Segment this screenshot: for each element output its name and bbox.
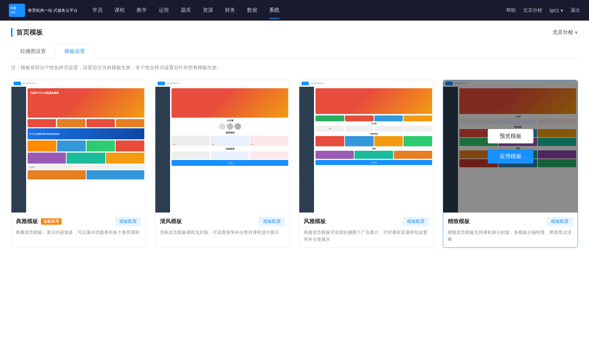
template-name-qingfeng: 清风模板 xyxy=(160,218,182,225)
template-card-dianaya: 首页 课程 教学 运营 托福TPO1-54真题及解析 xyxy=(11,80,146,248)
template-preview-jingzhi: 首页 课程 教学 运营 公开课 推荐课程 xyxy=(443,80,578,213)
brand-text: 教育机构一站 式服务云平台 xyxy=(28,8,78,13)
nav-user[interactable]: lijt01 xyxy=(550,8,563,13)
current-badge-dianya: 当前应用 xyxy=(41,218,61,225)
template-overlay-jingzhi: 预览模板 应用模板 xyxy=(443,80,578,213)
brand-logo-area: 云朵 设堂 教育机构一站 式服务云平台 xyxy=(9,4,78,17)
template-name-dianya: 典雅模板 当前应用 xyxy=(16,218,61,225)
nav-branch[interactable]: 北京分校 xyxy=(523,7,542,14)
svg-rect-0 xyxy=(9,4,25,17)
page-header: 首页模板 北京分校 xyxy=(11,28,578,37)
template-desc-dianya: 典雅首页模板，展示内容较多，可以展示优惠券和多个推荐课程 xyxy=(16,229,141,236)
nav-item-questions[interactable]: 题库 xyxy=(181,6,191,15)
template-info-jingzhi: 精致模板 模板配置 精致首页模板支持课程展示封面，各模板分隔明显，界面简洁清晰 xyxy=(443,213,578,247)
nav-help[interactable]: 帮助 xyxy=(506,7,516,14)
svg-text:设堂: 设堂 xyxy=(10,11,15,14)
config-btn-fengya[interactable]: 模板配置 xyxy=(403,217,429,226)
nav-item-teaching[interactable]: 教学 xyxy=(137,6,147,15)
nav-right: 帮助 北京分校 lijt01 退出 xyxy=(506,7,580,14)
nav-item-courses[interactable]: 课程 xyxy=(114,6,125,15)
template-name-row-dianya: 典雅模板 当前应用 模板配置 xyxy=(16,217,141,226)
brand-logo-icon: 云朵 设堂 xyxy=(9,4,25,17)
nav-item-finance[interactable]: 财务 xyxy=(225,6,235,15)
page-title: 首页模板 xyxy=(11,28,43,37)
template-card-fengya: 首页 课程 教学 运营 公开课 xyxy=(299,80,434,248)
template-desc-jingzhi: 精致首页模板支持课程展示封面，各模板分隔明显，界面简洁清晰 xyxy=(448,229,573,243)
template-name-jingzhi: 精致模板 xyxy=(448,218,470,225)
page-container: 首页模板 北京分校 轮播图设置 模板设置 注：模板有部分个性化样式设置，设置后仅… xyxy=(0,21,589,364)
template-desc-qingfeng: 清风首页模板课程无封面，可设置按学科分类对课程进行展示 xyxy=(160,229,285,236)
template-preview-fengya: 首页 课程 教学 运营 公开课 xyxy=(299,80,434,213)
nav-item-operations[interactable]: 运营 xyxy=(159,6,169,15)
template-name-row-jingzhi: 精致模板 模板配置 xyxy=(448,217,573,226)
nav-item-system[interactable]: 系统 xyxy=(269,6,279,15)
nav-menu: 学员 课程 教学 运营 题库 资源 财务 数据 系统 xyxy=(92,6,506,15)
config-btn-qingfeng[interactable]: 模板配置 xyxy=(259,217,285,226)
template-info-dianya: 典雅模板 当前应用 模板配置 典雅首页模板，展示内容较多，可以展示优惠券和多个推… xyxy=(11,213,146,240)
template-preview-qingfeng: 首页 课程 教学 运营 公开课 推荐课程 xyxy=(155,80,290,213)
template-name-row-fengya: 风雅模板 模板配置 xyxy=(304,217,429,226)
navbar: 云朵 设堂 教育机构一站 式服务云平台 学员 课程 教学 运营 题库 资源 财务… xyxy=(0,0,589,21)
template-name-row-qingfeng: 清风模板 模板配置 xyxy=(160,217,285,226)
template-card-qingfeng: 首页 课程 教学 运营 公开课 推荐课程 xyxy=(155,80,290,248)
template-note: 注：模板有部分个性化样式设置，设置后仅当前模板生效；非个性化样式设置后针对所有模… xyxy=(11,64,578,71)
apply-template-btn[interactable]: 应用模板 xyxy=(488,149,533,164)
template-desc-fengya: 风雅首页模板可添加轮播图下广告图片，可对课程及课程包设置学科分类展示 xyxy=(304,229,429,243)
svg-text:云朵: 云朵 xyxy=(10,6,17,10)
tabs: 轮播图设置 模板设置 xyxy=(11,44,578,58)
tab-template[interactable]: 模板设置 xyxy=(55,44,94,58)
nav-item-data[interactable]: 数据 xyxy=(247,6,257,15)
config-btn-jingzhi[interactable]: 模板配置 xyxy=(547,217,573,226)
preview-template-btn[interactable]: 预览模板 xyxy=(488,129,533,143)
nav-item-resources[interactable]: 资源 xyxy=(203,6,213,15)
template-info-qingfeng: 清风模板 模板配置 清风首页模板课程无封面，可设置按学科分类对课程进行展示 xyxy=(155,213,290,240)
template-info-fengya: 风雅模板 模板配置 风雅首页模板可添加轮播图下广告图片，可对课程及课程包设置学科… xyxy=(299,213,434,247)
template-grid: 首页 课程 教学 运营 托福TPO1-54真题及解析 xyxy=(11,80,578,248)
template-name-fengya: 风雅模板 xyxy=(304,218,326,225)
config-btn-dianya[interactable]: 模板配置 xyxy=(115,217,141,226)
nav-item-students[interactable]: 学员 xyxy=(92,6,103,15)
template-preview-dianya: 首页 课程 教学 运营 托福TPO1-54真题及解析 xyxy=(11,80,146,213)
branch-selector[interactable]: 北京分校 xyxy=(553,29,578,36)
nav-logout[interactable]: 退出 xyxy=(571,7,580,14)
tab-carousel[interactable]: 轮播图设置 xyxy=(11,44,55,58)
template-card-jingzhi: 首页 课程 教学 运营 公开课 推荐课程 xyxy=(443,80,578,248)
